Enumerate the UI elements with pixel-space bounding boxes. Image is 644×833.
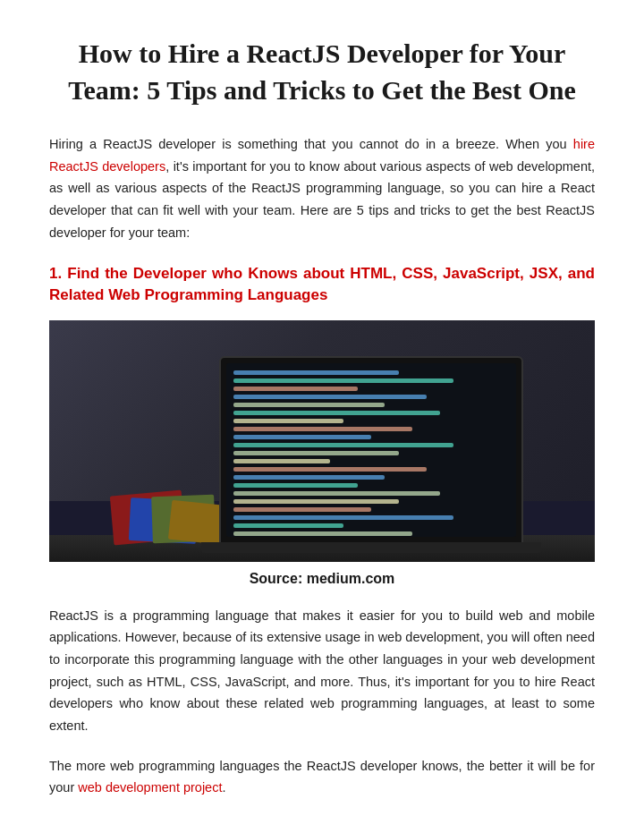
image-caption: Source: medium.com	[49, 571, 595, 587]
page-title: How to Hire a ReactJS Developer for Your…	[49, 36, 595, 108]
image-books	[103, 480, 219, 542]
article-image-container	[49, 320, 595, 562]
image-laptop-screen	[226, 363, 516, 537]
image-laptop-base	[201, 542, 541, 553]
intro-paragraph: Hiring a ReactJS developer is something …	[49, 133, 595, 243]
section1-paragraph1: ReactJS is a programming language that m…	[49, 605, 595, 737]
article-image	[49, 320, 595, 562]
intro-text-before-link: Hiring a ReactJS developer is something …	[49, 137, 573, 151]
image-laptop	[219, 356, 523, 544]
web-dev-project-link[interactable]: web development project	[78, 780, 222, 795]
section1-paragraph2: The more web programming languages the R…	[49, 755, 595, 799]
paragraph2-text-after-link: .	[222, 780, 225, 795]
image-code-lines	[226, 363, 516, 537]
section1-heading: 1. Find the Developer who Knows about HT…	[49, 263, 595, 306]
